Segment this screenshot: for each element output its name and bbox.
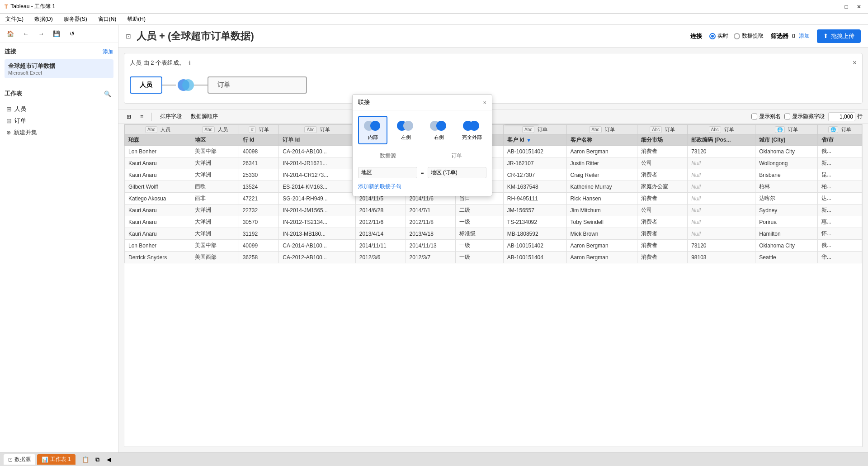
menu-file[interactable]: 文件(E)	[4, 14, 25, 24]
table-cell: Derrick Snyders	[125, 252, 191, 263]
sheet-item-orders[interactable]: ⊞ 订单	[5, 115, 113, 127]
th-source-4: Abc 订单	[279, 125, 355, 135]
table-cell: CA-2014-AB100...	[279, 146, 355, 157]
join-field-left[interactable]: 地区	[358, 167, 417, 178]
th-state: 省/市	[817, 135, 862, 146]
table-cell: TS-2134092	[503, 216, 566, 228]
table-cell: 25330	[239, 169, 279, 181]
sort-label: 排序字段	[160, 113, 182, 120]
join-type-full[interactable]: 完全外部	[457, 116, 486, 144]
sheet-item-people[interactable]: ⊞ 人员	[5, 103, 113, 115]
datasource-tab[interactable]: ⊡ 数据源	[4, 454, 35, 465]
table-cell: IN-2013-MB180...	[279, 228, 355, 240]
show-hidden-checkbox[interactable]: 显示隐藏字段	[784, 113, 825, 120]
connection-controls: 连接 实时 数据提取 筛选器 0 添加	[690, 29, 861, 43]
table-cell: Jim Mitchum	[566, 204, 637, 216]
add-sheet-button[interactable]: 📋	[81, 455, 90, 464]
extract-radio[interactable]: 数据提取	[734, 32, 764, 40]
show-hidden-check[interactable]	[784, 114, 790, 119]
table-cell: 消费者	[637, 228, 688, 240]
close-button[interactable]: ✕	[854, 2, 863, 11]
grid-view-button[interactable]: ⊞	[124, 112, 134, 121]
th-source-2: Abc 人员	[191, 125, 239, 135]
table-row: Kauri Anaru大洋洲25330IN-2014-CR1273...2014…	[125, 169, 862, 181]
table-cell: AB-100151402	[503, 146, 566, 157]
table-cell: RH-9495111	[503, 193, 566, 204]
add-connection-link[interactable]: 添加	[103, 48, 113, 56]
table-cell: 昆...	[817, 169, 862, 181]
table-cell: Oklahoma City	[755, 146, 818, 157]
table-cell: 新...	[817, 157, 862, 169]
table-row: Gilbert Wolff西欧13524ES-2014-KM163...2014…	[125, 181, 862, 193]
right-table-box[interactable]: 订单	[208, 76, 307, 94]
th-order-id: 订单 Id	[279, 135, 355, 146]
show-alias-checkbox[interactable]: 显示别名	[751, 113, 781, 120]
join-condition: 地区 = 地区 (订单) 添加新的联接子句	[353, 163, 492, 196]
prev-sheet-button[interactable]: ◀	[104, 455, 113, 464]
table-cell: Kauri Anaru	[125, 169, 191, 181]
table-cell: CR-127307	[503, 169, 566, 181]
row-count-input[interactable]	[828, 112, 855, 121]
menu-server[interactable]: 服务器(S)	[62, 14, 89, 24]
table-cell: JM-156557	[503, 204, 566, 216]
join-line-left	[162, 85, 176, 86]
table-cell: 公司	[637, 204, 688, 216]
join-type-right[interactable]: 右侧	[424, 116, 453, 144]
close-canvas-button[interactable]: ×	[853, 59, 857, 67]
upload-button[interactable]: ⬆ 拖拽上传	[817, 29, 861, 43]
table-cell: Katlego Akosua	[125, 193, 191, 204]
realtime-radio-circle	[709, 33, 716, 39]
table-row: Kauri Anaru大洋洲26341IN-2014-JR1621...2014…	[125, 157, 862, 169]
filter-icon[interactable]: ▼	[526, 137, 532, 143]
table-cell: 惠...	[817, 216, 862, 228]
new-union-item[interactable]: ⊕ 新建并集	[5, 127, 113, 138]
duplicate-sheet-button[interactable]: ⧉	[93, 455, 102, 464]
save-button[interactable]: 💾	[51, 28, 62, 40]
title-bar-title: Tableau - 工作簿 1	[10, 3, 55, 10]
sheet-search-icon[interactable]: 🔍	[102, 88, 113, 100]
table-cell: Toby Swindell	[566, 216, 637, 228]
menu-data[interactable]: 数据(D)	[33, 14, 55, 24]
show-count: 行	[828, 112, 863, 121]
add-clause-link[interactable]: 添加新的联接子句	[358, 181, 486, 192]
connection-item[interactable]: 全球超市订单数据 Microsoft Excel	[5, 59, 113, 78]
list-view-button[interactable]: ≡	[137, 112, 146, 121]
left-table-box[interactable]: 人员	[130, 76, 162, 94]
filter-add-link[interactable]: 添加	[799, 32, 810, 40]
th-source-13: 🌐 订单	[817, 125, 862, 135]
table-cell: AB-100151404	[503, 252, 566, 263]
canvas-label: 人员 由 2 个表组成。	[130, 59, 185, 67]
table-cell: CA-2012-AB100...	[279, 252, 355, 263]
show-alias-check[interactable]	[751, 114, 757, 119]
right-venn-right	[436, 121, 446, 131]
menu-help[interactable]: 帮助(H)	[125, 14, 147, 24]
join-source-left: 数据源	[358, 152, 418, 160]
join-icon[interactable]	[176, 76, 194, 94]
minimize-button[interactable]: ─	[829, 2, 838, 11]
full-venn-right	[469, 121, 479, 131]
th-source-12: 🌐 订单	[755, 125, 818, 135]
worksheet-tab[interactable]: 📊 工作表 1	[37, 454, 75, 465]
join-type-left[interactable]: 左侧	[391, 116, 420, 144]
data-order-button[interactable]: 数据源顺序	[188, 111, 221, 122]
table-cell: Aaron Bergman	[566, 240, 637, 252]
join-field-right[interactable]: 地区 (订单)	[428, 167, 487, 178]
realtime-radio[interactable]: 实时	[709, 32, 728, 40]
join-popup-close[interactable]: ×	[483, 99, 486, 106]
sheets-header: 工作表 🔍	[5, 88, 113, 100]
table-cell: 二级	[456, 204, 503, 216]
table-cell: Lon Bonher	[125, 240, 191, 252]
refresh-button[interactable]: ↺	[66, 28, 78, 40]
forward-button[interactable]: →	[35, 28, 47, 40]
back-button[interactable]: ←	[20, 28, 32, 40]
th-source-10: Abc 订单	[637, 125, 688, 135]
table-cell: 家庭办公室	[637, 181, 688, 193]
union-icon: ⊕	[6, 129, 11, 136]
home-button[interactable]: 🏠	[5, 28, 16, 40]
menu-window[interactable]: 窗口(N)	[96, 14, 118, 24]
join-type-inner[interactable]: 内部	[358, 116, 387, 144]
sort-field-button[interactable]: 排序字段	[157, 111, 184, 122]
table-cell: 2012/3/7	[406, 252, 456, 263]
maximize-button[interactable]: □	[842, 2, 851, 11]
table-cell: Null	[688, 204, 755, 216]
